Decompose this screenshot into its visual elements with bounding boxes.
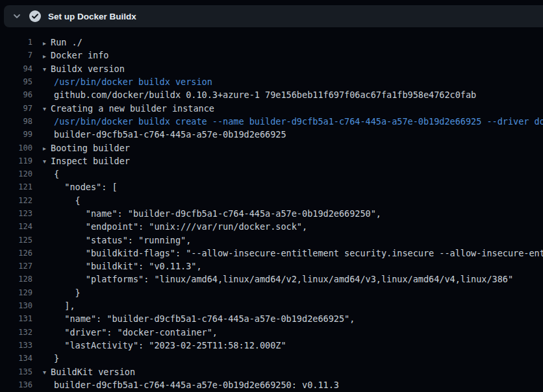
line-number[interactable]: 94 (0, 64, 32, 73)
log-line: 130 ], (0, 299, 543, 312)
line-text: builder-d9cfb5a1-c764-445a-a57e-0b19d2e6… (43, 129, 286, 140)
line-number[interactable]: 100 (0, 143, 32, 153)
step-header[interactable]: Set up Docker Buildx (4, 5, 543, 27)
log-line: 94 ▾Buildx version (0, 62, 543, 75)
log-group-toggle[interactable]: ▾BuildKit version (43, 367, 135, 377)
line-number[interactable]: 129 (0, 288, 32, 297)
log-line: 1 ▸Run ./ (0, 36, 543, 49)
line-text: "buildkit": "v0.11.3", (43, 261, 202, 271)
log-line: 122 { (0, 194, 543, 207)
line-number[interactable]: 126 (0, 249, 32, 258)
check-circle-icon (29, 10, 41, 22)
line-number[interactable]: 7 (0, 51, 32, 60)
log-line: 120 { (0, 167, 543, 180)
line-number[interactable]: 123 (0, 209, 32, 218)
line-text: "platforms": "linux/amd64,linux/amd64/v2… (43, 274, 513, 284)
line-number[interactable]: 128 (0, 275, 32, 284)
line-text: "name": "builder-d9cfb5a1-c764-445a-a57e… (43, 208, 381, 219)
line-number[interactable]: 1 (0, 38, 32, 47)
log-line: 131 "name": "builder-d9cfb5a1-c764-445a-… (0, 312, 543, 325)
triangle-right-icon: ▸ (43, 40, 51, 47)
triangle-down-icon: ▾ (43, 105, 51, 112)
log-lines: 1 ▸Run ./ 7 ▸Docker info 94 ▾Buildx vers… (0, 27, 543, 391)
actions-log-viewer: Set up Docker Buildx 1 ▸Run ./ 7 ▸Docker… (0, 5, 543, 391)
line-number[interactable]: 119 (0, 156, 32, 165)
log-group-toggle[interactable]: ▾Creating a new builder instance (43, 103, 214, 114)
triangle-down-icon: ▾ (43, 158, 51, 165)
log-line: 99 builder-d9cfb5a1-c764-445a-a57e-0b19d… (0, 128, 543, 141)
line-number[interactable]: 125 (0, 236, 32, 245)
log-group-toggle[interactable]: ▸Booting builder (43, 143, 130, 153)
line-number[interactable]: 124 (0, 222, 32, 231)
line-text: /usr/bin/docker buildx create --name bui… (43, 116, 543, 127)
line-number[interactable]: 99 (0, 130, 32, 139)
line-text: "lastActivity": "2023-02-25T11:58:12.000… (43, 340, 286, 350)
log-line: 95 /usr/bin/docker buildx version (0, 75, 543, 88)
line-text: "endpoint": "unix:///var/run/docker.sock… (43, 221, 307, 232)
step-title: Set up Docker Buildx (48, 12, 136, 21)
line-number[interactable]: 96 (0, 90, 32, 99)
chevron-down-icon[interactable] (12, 12, 21, 21)
line-text: { (43, 169, 59, 179)
line-number[interactable]: 132 (0, 328, 32, 337)
line-number[interactable]: 127 (0, 262, 32, 271)
line-number[interactable]: 130 (0, 301, 32, 310)
log-line: 97 ▾Creating a new builder instance (0, 101, 543, 114)
line-text: /usr/bin/docker buildx version (43, 77, 212, 87)
log-line: 126 "buildkitd-flags": "--allow-insecure… (0, 247, 543, 260)
log-line: 132 "driver": "docker-container", (0, 326, 543, 339)
log-line: 100 ▸Booting builder (0, 141, 543, 154)
log-group-toggle[interactable]: ▾Buildx version (43, 64, 125, 74)
triangle-right-icon: ▸ (43, 53, 51, 60)
line-text: "buildkitd-flags": "--allow-insecure-ent… (43, 248, 543, 258)
log-line: 133 "lastActivity": "2023-02-25T11:58:12… (0, 339, 543, 352)
line-text: { (43, 195, 81, 206)
log-group-toggle[interactable]: ▾Inspect builder (43, 156, 130, 166)
triangle-down-icon: ▾ (43, 369, 51, 376)
line-text: } (43, 353, 59, 363)
log-line: 124 "endpoint": "unix:///var/run/docker.… (0, 220, 543, 233)
log-line: 129 } (0, 286, 543, 299)
log-line: 127 "buildkit": "v0.11.3", (0, 260, 543, 273)
log-line: 7 ▸Docker info (0, 49, 543, 62)
log-line: 125 "status": "running", (0, 233, 543, 246)
line-text: builder-d9cfb5a1-c764-445a-a57e-0b19d2e6… (43, 380, 339, 390)
line-number[interactable]: 131 (0, 314, 32, 323)
log-line: 128 "platforms": "linux/amd64,linux/amd6… (0, 273, 543, 286)
log-line: 96 github.com/docker/buildx 0.10.3+azure… (0, 88, 543, 101)
log-group-toggle[interactable]: ▸Docker info (43, 50, 108, 60)
line-number[interactable]: 133 (0, 341, 32, 350)
line-number[interactable]: 122 (0, 196, 32, 205)
line-number[interactable]: 121 (0, 182, 32, 191)
line-number[interactable]: 135 (0, 367, 32, 376)
log-line: 121 "nodes": [ (0, 180, 543, 193)
line-number[interactable]: 97 (0, 104, 32, 113)
line-text: github.com/docker/buildx 0.10.3+azure-1 … (43, 90, 476, 100)
line-text: "status": "running", (43, 235, 191, 245)
line-text: } (43, 288, 81, 298)
triangle-down-icon: ▾ (43, 66, 51, 73)
triangle-right-icon: ▸ (43, 145, 51, 152)
line-text: "name": "builder-d9cfb5a1-c764-445a-a57e… (43, 313, 355, 324)
line-text: "nodes": [ (43, 182, 118, 192)
line-number[interactable]: 136 (0, 380, 32, 389)
line-number[interactable]: 98 (0, 117, 32, 126)
log-line: 134 } (0, 352, 543, 365)
line-number[interactable]: 134 (0, 354, 32, 363)
log-line: 123 "name": "builder-d9cfb5a1-c764-445a-… (0, 207, 543, 220)
line-text: ], (43, 300, 75, 311)
line-text: "driver": "docker-container", (43, 327, 218, 337)
log-group-toggle[interactable]: ▸Run ./ (43, 37, 82, 47)
log-line: 119 ▾Inspect builder (0, 154, 543, 167)
log-line: 135 ▾BuildKit version (0, 365, 543, 378)
line-number[interactable]: 95 (0, 77, 32, 86)
line-number[interactable]: 120 (0, 169, 32, 178)
log-line: 136 builder-d9cfb5a1-c764-445a-a57e-0b19… (0, 378, 543, 391)
log-line: 98 /usr/bin/docker buildx create --name … (0, 115, 543, 128)
